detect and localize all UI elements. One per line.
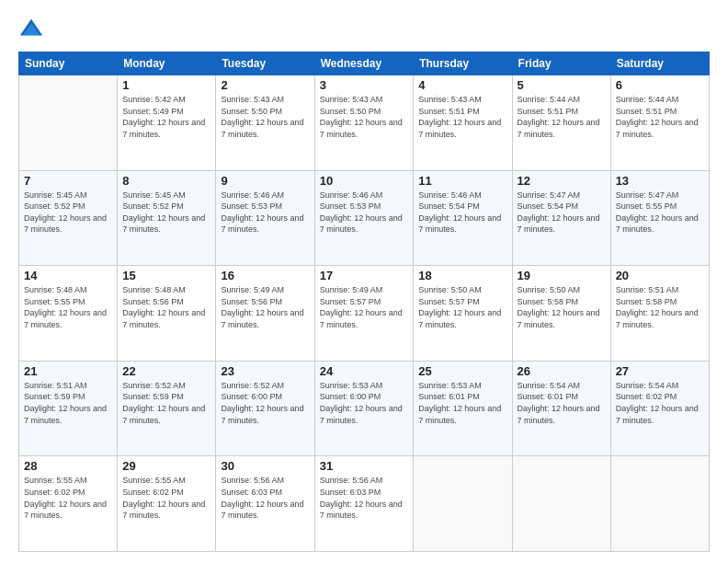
calendar-cell: 29Sunrise: 5:55 AMSunset: 6:02 PMDayligh… (118, 456, 216, 552)
day-number: 14 (24, 269, 112, 282)
day-info: Sunrise: 5:47 AMSunset: 5:54 PMDaylight:… (518, 190, 606, 236)
calendar-cell: 3Sunrise: 5:43 AMSunset: 5:50 PMDaylight… (314, 75, 414, 171)
calendar-cell: 2Sunrise: 5:43 AMSunset: 5:50 PMDaylight… (216, 75, 314, 171)
day-number: 28 (24, 459, 112, 473)
weekday-header-thursday: Thursday (414, 52, 512, 75)
calendar-cell: 4Sunrise: 5:43 AMSunset: 5:51 PMDaylight… (414, 75, 512, 171)
day-number: 16 (221, 269, 309, 282)
day-number: 11 (418, 174, 506, 188)
day-number: 18 (418, 269, 506, 282)
day-number: 29 (122, 459, 210, 473)
calendar-cell: 27Sunrise: 5:54 AMSunset: 6:02 PMDayligh… (610, 361, 709, 456)
day-info: Sunrise: 5:45 AMSunset: 5:52 PMDaylight:… (122, 190, 210, 236)
day-info: Sunrise: 5:43 AMSunset: 5:50 PMDaylight:… (320, 94, 409, 140)
day-info: Sunrise: 5:54 AMSunset: 6:01 PMDaylight:… (518, 380, 606, 426)
day-info: Sunrise: 5:48 AMSunset: 5:55 PMDaylight:… (24, 284, 112, 330)
day-number: 8 (122, 174, 210, 188)
calendar-cell: 17Sunrise: 5:49 AMSunset: 5:57 PMDayligh… (314, 266, 414, 362)
calendar-cell: 19Sunrise: 5:50 AMSunset: 5:58 PMDayligh… (512, 266, 610, 362)
day-info: Sunrise: 5:44 AMSunset: 5:51 PMDaylight:… (518, 94, 606, 140)
day-number: 5 (518, 78, 606, 92)
day-number: 26 (518, 364, 606, 378)
day-info: Sunrise: 5:53 AMSunset: 6:01 PMDaylight:… (418, 380, 506, 426)
day-info: Sunrise: 5:43 AMSunset: 5:51 PMDaylight:… (418, 94, 506, 140)
day-info: Sunrise: 5:56 AMSunset: 6:03 PMDaylight:… (221, 475, 309, 521)
calendar-cell: 26Sunrise: 5:54 AMSunset: 6:01 PMDayligh… (512, 361, 610, 456)
calendar-cell: 8Sunrise: 5:45 AMSunset: 5:52 PMDaylight… (118, 170, 216, 266)
weekday-header-wednesday: Wednesday (314, 52, 414, 75)
calendar-week-3: 14Sunrise: 5:48 AMSunset: 5:55 PMDayligh… (19, 266, 710, 362)
calendar-cell: 14Sunrise: 5:48 AMSunset: 5:55 PMDayligh… (19, 266, 118, 362)
calendar-week-5: 28Sunrise: 5:55 AMSunset: 6:02 PMDayligh… (19, 456, 710, 552)
day-number: 12 (518, 174, 606, 188)
weekday-header-monday: Monday (118, 52, 216, 75)
day-info: Sunrise: 5:51 AMSunset: 5:58 PMDaylight:… (616, 284, 704, 330)
day-number: 7 (24, 174, 112, 188)
calendar-week-4: 21Sunrise: 5:51 AMSunset: 5:59 PMDayligh… (19, 361, 710, 456)
calendar-cell: 13Sunrise: 5:47 AMSunset: 5:55 PMDayligh… (610, 170, 709, 266)
day-number: 9 (221, 174, 309, 188)
calendar-cell: 11Sunrise: 5:46 AMSunset: 5:54 PMDayligh… (414, 170, 512, 266)
header (18, 17, 710, 42)
day-info: Sunrise: 5:43 AMSunset: 5:50 PMDaylight:… (221, 94, 309, 140)
day-number: 23 (221, 364, 309, 378)
calendar-cell: 24Sunrise: 5:53 AMSunset: 6:00 PMDayligh… (314, 361, 414, 456)
weekday-header-tuesday: Tuesday (216, 52, 314, 75)
day-number: 1 (122, 78, 210, 92)
day-info: Sunrise: 5:42 AMSunset: 5:49 PMDaylight:… (122, 94, 210, 140)
day-info: Sunrise: 5:52 AMSunset: 6:00 PMDaylight:… (221, 380, 309, 426)
day-info: Sunrise: 5:55 AMSunset: 6:02 PMDaylight:… (122, 475, 210, 521)
calendar-cell: 7Sunrise: 5:45 AMSunset: 5:52 PMDaylight… (19, 170, 118, 266)
day-info: Sunrise: 5:50 AMSunset: 5:57 PMDaylight:… (418, 284, 506, 330)
calendar-cell: 5Sunrise: 5:44 AMSunset: 5:51 PMDaylight… (512, 75, 610, 171)
day-number: 24 (320, 364, 409, 378)
day-info: Sunrise: 5:44 AMSunset: 5:51 PMDaylight:… (616, 94, 704, 140)
calendar-cell (512, 456, 610, 552)
day-info: Sunrise: 5:48 AMSunset: 5:56 PMDaylight:… (122, 284, 210, 330)
weekday-header-sunday: Sunday (19, 52, 118, 75)
calendar-week-2: 7Sunrise: 5:45 AMSunset: 5:52 PMDaylight… (19, 170, 710, 266)
day-info: Sunrise: 5:46 AMSunset: 5:54 PMDaylight:… (418, 190, 506, 236)
day-info: Sunrise: 5:49 AMSunset: 5:56 PMDaylight:… (221, 284, 309, 330)
calendar-cell: 22Sunrise: 5:52 AMSunset: 5:59 PMDayligh… (118, 361, 216, 456)
day-number: 15 (122, 269, 210, 282)
calendar-cell (414, 456, 512, 552)
calendar-cell: 18Sunrise: 5:50 AMSunset: 5:57 PMDayligh… (414, 266, 512, 362)
day-number: 4 (418, 78, 506, 92)
day-info: Sunrise: 5:45 AMSunset: 5:52 PMDaylight:… (24, 190, 112, 236)
calendar-cell (610, 456, 709, 552)
weekday-header-friday: Friday (512, 52, 610, 75)
calendar-cell: 10Sunrise: 5:46 AMSunset: 5:53 PMDayligh… (314, 170, 414, 266)
day-number: 21 (24, 364, 112, 378)
calendar-cell: 31Sunrise: 5:56 AMSunset: 6:03 PMDayligh… (314, 456, 414, 552)
day-number: 19 (518, 269, 606, 282)
day-info: Sunrise: 5:53 AMSunset: 6:00 PMDaylight:… (320, 380, 409, 426)
day-number: 25 (418, 364, 506, 378)
day-info: Sunrise: 5:49 AMSunset: 5:57 PMDaylight:… (320, 284, 409, 330)
day-number: 31 (320, 459, 409, 473)
calendar-cell: 9Sunrise: 5:46 AMSunset: 5:53 PMDaylight… (216, 170, 314, 266)
calendar-cell: 23Sunrise: 5:52 AMSunset: 6:00 PMDayligh… (216, 361, 314, 456)
day-number: 2 (221, 78, 309, 92)
logo (18, 17, 48, 42)
day-number: 22 (122, 364, 210, 378)
calendar-cell: 25Sunrise: 5:53 AMSunset: 6:01 PMDayligh… (414, 361, 512, 456)
day-info: Sunrise: 5:52 AMSunset: 5:59 PMDaylight:… (122, 380, 210, 426)
day-info: Sunrise: 5:50 AMSunset: 5:58 PMDaylight:… (518, 284, 606, 330)
calendar-cell: 16Sunrise: 5:49 AMSunset: 5:56 PMDayligh… (216, 266, 314, 362)
day-number: 13 (616, 174, 704, 188)
calendar-cell: 30Sunrise: 5:56 AMSunset: 6:03 PMDayligh… (216, 456, 314, 552)
day-info: Sunrise: 5:56 AMSunset: 6:03 PMDaylight:… (320, 475, 409, 521)
day-info: Sunrise: 5:51 AMSunset: 5:59 PMDaylight:… (24, 380, 112, 426)
day-number: 3 (320, 78, 409, 92)
day-info: Sunrise: 5:46 AMSunset: 5:53 PMDaylight:… (221, 190, 309, 236)
day-number: 6 (616, 78, 704, 92)
day-number: 20 (616, 269, 704, 282)
calendar-cell: 21Sunrise: 5:51 AMSunset: 5:59 PMDayligh… (19, 361, 118, 456)
day-info: Sunrise: 5:46 AMSunset: 5:53 PMDaylight:… (320, 190, 409, 236)
day-info: Sunrise: 5:55 AMSunset: 6:02 PMDaylight:… (24, 475, 112, 521)
calendar-table: SundayMondayTuesdayWednesdayThursdayFrid… (18, 52, 710, 552)
day-info: Sunrise: 5:54 AMSunset: 6:02 PMDaylight:… (616, 380, 704, 426)
weekday-header-saturday: Saturday (610, 52, 709, 75)
calendar-cell: 12Sunrise: 5:47 AMSunset: 5:54 PMDayligh… (512, 170, 610, 266)
